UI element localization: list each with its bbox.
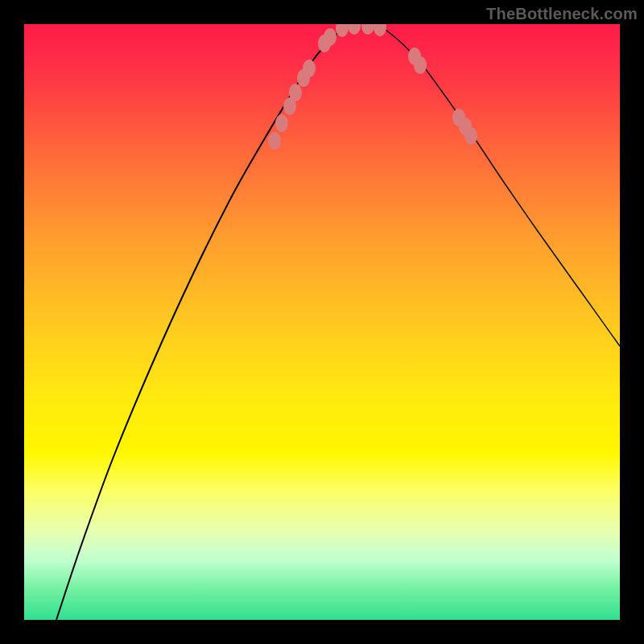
highlight-marker xyxy=(348,24,361,35)
highlight-marker xyxy=(464,127,477,145)
plot-area xyxy=(24,24,620,620)
marker-group xyxy=(268,24,477,150)
watermark-text: TheBottleneck.com xyxy=(486,5,638,23)
highlight-marker xyxy=(324,28,336,46)
highlight-marker xyxy=(414,56,427,74)
highlight-marker xyxy=(303,60,316,77)
highlight-marker xyxy=(275,114,288,132)
chart-frame: TheBottleneck.com xyxy=(0,0,644,644)
highlight-marker xyxy=(336,24,349,37)
curves-layer xyxy=(24,24,620,620)
highlight-marker xyxy=(361,24,374,35)
highlight-marker xyxy=(289,84,302,101)
left-curve-line xyxy=(56,24,354,620)
highlight-marker xyxy=(374,24,386,36)
right-curve-line xyxy=(378,24,620,346)
highlight-marker xyxy=(268,132,281,150)
